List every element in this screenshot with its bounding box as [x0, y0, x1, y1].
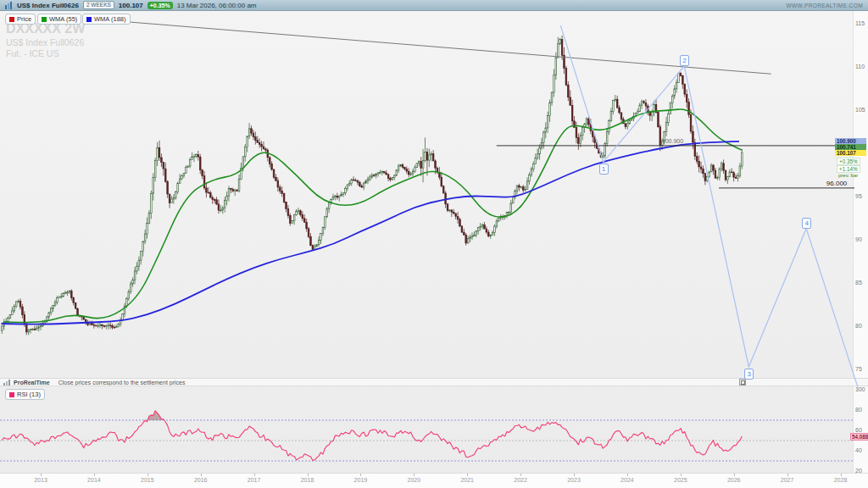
candles[interactable]: [1, 36, 743, 335]
wma-fast-legend-chip[interactable]: WMA (55): [37, 14, 81, 25]
wma-fast-legend-label: WMA (55): [49, 15, 77, 23]
year-tick: [574, 474, 575, 476]
year-label: 2023: [561, 477, 587, 483]
wma-slow-legend-chip[interactable]: WMA (188): [82, 14, 131, 25]
year-tick: [201, 474, 202, 476]
prev-bar-label: prev. bar: [838, 173, 858, 178]
price-tick-label: 85: [855, 280, 862, 286]
wma-fast-line: [3, 109, 742, 323]
year-tick: [467, 474, 468, 476]
price-tick-label: 90: [855, 236, 862, 242]
wma-slow-color-swatch: [86, 17, 92, 22]
year-label: 2014: [81, 477, 107, 483]
year-label: 2013: [28, 477, 53, 483]
price-tick-label: 75: [855, 366, 862, 372]
price-tick-label: 110: [855, 64, 865, 69]
year-label: 2020: [401, 477, 426, 483]
year-label: 2017: [242, 477, 267, 483]
title-bar: US$ Index Full0626 2 WEEKS 100.107 +0.35…: [0, 0, 868, 11]
change-badge: +0.35%: [147, 2, 173, 9]
rsi-tick-label: 100: [855, 386, 865, 392]
price-tick-label: 95: [855, 193, 862, 199]
year-label: 2026: [721, 477, 747, 483]
year-tick: [787, 474, 788, 476]
rsi-tick-label: 60: [855, 427, 862, 433]
year-tick: [254, 474, 255, 476]
change-box: +0.35%: [837, 158, 860, 165]
drawing-anchor-icon[interactable]: [739, 379, 746, 385]
website-watermark: WWW.PROREALTIME.COM: [786, 3, 863, 8]
price-tick-label: 115: [855, 20, 865, 26]
bar-datetime: 13 Mar 2026, 06:00:00 am: [177, 2, 257, 9]
elliott-wave-label[interactable]: 4: [802, 218, 811, 229]
app-icon: [5, 2, 13, 9]
year-tick: [94, 474, 95, 476]
rsi-color-swatch: [9, 392, 14, 397]
year-label: 2025: [668, 477, 693, 483]
timeframe-badge[interactable]: 2 WEEKS: [83, 1, 114, 9]
rsi-tick-label: 40: [855, 447, 862, 453]
elliott-wave-label[interactable]: 2: [680, 55, 689, 66]
year-tick: [41, 474, 42, 476]
price-color-swatch: [9, 17, 14, 22]
price-chart-canvas[interactable]: [0, 0, 868, 488]
rsi-legend-chip[interactable]: RSI (13): [5, 389, 45, 400]
change-box: +1.14%: [837, 165, 860, 173]
year-label: 2016: [188, 477, 214, 483]
price-badge: 100.900: [835, 138, 866, 144]
year-label: 2018: [295, 477, 320, 483]
wma-slow-line: [2, 141, 740, 324]
year-tick: [147, 474, 148, 476]
year-tick: [308, 474, 309, 476]
price-badge: 100.107: [835, 150, 866, 156]
year-label: 2027: [775, 477, 800, 483]
year-label: 2015: [135, 477, 160, 483]
rsi-legend-label: RSI (13): [17, 391, 41, 398]
price-tick-label: 105: [855, 107, 865, 113]
rsi-line: [2, 411, 742, 461]
rsi-pane: [0, 411, 853, 461]
year-tick: [360, 474, 361, 476]
trendline: [87, 19, 771, 74]
year-label: 2019: [348, 477, 373, 483]
price-badge: 100.741: [835, 144, 866, 150]
time-axis[interactable]: 2013201420152016201720182019202020212022…: [0, 473, 868, 488]
price-pane: [1, 19, 854, 335]
prorealtime-brand: ProRealTime: [14, 380, 50, 385]
price-legend-label: Price: [17, 15, 31, 23]
year-tick: [627, 474, 628, 476]
rsi-tick-label: 80: [855, 407, 862, 413]
wma-slow-legend-label: WMA (188): [94, 15, 126, 23]
year-label: 2024: [615, 477, 640, 483]
year-label: 2021: [454, 477, 480, 483]
year-tick: [734, 474, 735, 476]
pane-separator: [0, 385, 868, 386]
year-label: 2028: [828, 477, 854, 483]
year-tick: [520, 474, 521, 476]
year-tick: [841, 474, 842, 476]
price-legend-chip[interactable]: Price: [5, 14, 36, 25]
year-label: 2022: [508, 477, 533, 483]
price-tick-label: 80: [855, 323, 862, 329]
instrument-title: US$ Index Full0626: [17, 2, 79, 9]
year-tick: [414, 474, 415, 476]
wma-fast-color-swatch: [42, 17, 47, 22]
chart-window: US$ Index Full0626 2 WEEKS 100.107 +0.35…: [0, 0, 868, 488]
settlement-note: Close prices correspond to the settlemen…: [58, 380, 186, 385]
rsi-value-badge: 54.088: [850, 433, 868, 441]
elliott-wave-label[interactable]: 1: [599, 164, 609, 175]
last-price: 100.107: [119, 2, 143, 9]
year-tick: [681, 474, 682, 476]
